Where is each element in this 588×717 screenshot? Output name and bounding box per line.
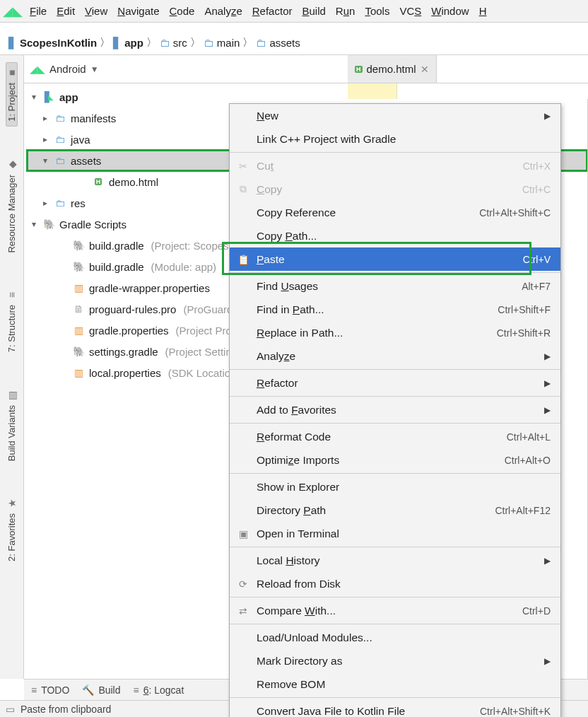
ctx-refactor[interactable]: Refactor▶ xyxy=(230,371,560,395)
menu-window[interactable]: Window xyxy=(431,5,469,17)
ctx-item-shortcut: Ctrl+Alt+F12 xyxy=(495,505,551,516)
ctx-show-in-explorer[interactable]: Show in Explorer xyxy=(230,475,560,499)
menu-refactor[interactable]: Refactor xyxy=(252,5,293,17)
submenu-arrow-icon: ▶ xyxy=(544,111,551,121)
menu-view[interactable]: View xyxy=(85,5,107,17)
close-icon[interactable]: ✕ xyxy=(421,64,429,75)
tree-node-label: gradle-wrapper.properties xyxy=(89,282,210,294)
tree-caret-icon[interactable]: ▸ xyxy=(41,198,49,208)
ctx-reload-from-disk[interactable]: ⟳Reload from Disk xyxy=(230,572,560,595)
ctx-find-in-path-[interactable]: Find in Path...Ctrl+Shift+F xyxy=(230,298,560,321)
bottom-tool-todo[interactable]: ≡TODO xyxy=(31,684,69,696)
menu-h[interactable]: H xyxy=(479,5,487,17)
ctx-find-usages[interactable]: Find UsagesAlt+F7 xyxy=(230,274,560,298)
ctx-compare-with-[interactable]: ⇄Compare With...Ctrl+D xyxy=(230,599,560,622)
ctx-item-label: Cut xyxy=(257,160,274,173)
ctx-item-label: Find in Path... xyxy=(257,303,324,316)
tree-caret-icon[interactable]: ▸ xyxy=(41,113,49,123)
submenu-arrow-icon: ▶ xyxy=(544,405,551,415)
ctx-item-label: Reformat Code xyxy=(257,431,331,443)
editor-body[interactable] xyxy=(348,83,588,99)
ctx-item-label: Copy xyxy=(257,183,282,196)
breadcrumb-item[interactable]: 🗀src xyxy=(158,37,189,49)
tree-node-label: java xyxy=(71,134,90,146)
menu-edit[interactable]: Edit xyxy=(57,5,75,17)
gutter-2-favorites[interactable]: 2: Favorites★ xyxy=(6,494,17,566)
ctx-copy-reference[interactable]: Copy ReferenceCtrl+Alt+Shift+C xyxy=(230,201,560,224)
menu-separator xyxy=(230,697,560,698)
menu-separator xyxy=(230,423,560,424)
ctx-item-label: Optimize Imports xyxy=(257,454,339,467)
breadcrumb-label: assets xyxy=(269,37,300,49)
ctx-item-label: Local History xyxy=(257,554,320,567)
gutter-build-variants[interactable]: Build Variants▤ xyxy=(6,385,17,465)
gutter-icon: ■ xyxy=(6,70,18,76)
editor-tabbar: H demo.html ✕ xyxy=(348,55,588,83)
gutter-icon: ≡ xyxy=(6,292,17,298)
ctx-load-unload-modules-[interactable]: Load/Unload Modules... xyxy=(230,626,560,649)
gutter-icon: ▤ xyxy=(6,390,18,400)
chevron-down-icon[interactable]: ▼ xyxy=(90,64,99,74)
ctx-new[interactable]: New▶ xyxy=(230,104,560,127)
ctx-directory-path[interactable]: Directory PathCtrl+Alt+F12 xyxy=(230,499,560,522)
ctx-item-label: Load/Unload Modules... xyxy=(257,631,372,644)
breadcrumb-label: app xyxy=(124,37,143,49)
tree-caret-icon[interactable]: ▾ xyxy=(30,92,38,102)
menu-separator xyxy=(230,624,560,624)
clipboard-icon: ▭ xyxy=(6,704,15,715)
menu-tools[interactable]: Tools xyxy=(365,5,389,17)
module-icon: ▋ xyxy=(113,37,122,49)
ctx-replace-in-path-[interactable]: Replace in Path...Ctrl+Shift+R xyxy=(230,321,560,344)
ctx-item-shortcut: Ctrl+D xyxy=(522,605,551,617)
breadcrumb-item[interactable]: 🗀assets xyxy=(254,37,301,49)
menu-analyze[interactable]: Analyze xyxy=(204,5,242,17)
tree-node-hint: (Module: app) xyxy=(151,261,217,273)
gutter-7-structure[interactable]: 7: Structure≡ xyxy=(6,285,17,356)
ctx-remove-bom[interactable]: Remove BOM xyxy=(230,672,560,696)
ctx-reformat-code[interactable]: Reformat CodeCtrl+Alt+L xyxy=(230,425,560,448)
ctx-analyze[interactable]: Analyze▶ xyxy=(230,344,560,368)
tool-icon: ≡ xyxy=(31,684,37,696)
ctx-link-c-project-with-gradle[interactable]: Link C++ Project with Gradle xyxy=(230,127,560,151)
menu-run[interactable]: Run xyxy=(336,5,355,17)
folder-icon: 🗀 xyxy=(54,197,66,209)
ctx-item-shortcut: Ctrl+Shift+R xyxy=(497,327,551,339)
editor-area: H demo.html ✕ xyxy=(348,55,588,99)
tree-caret-icon[interactable]: ▾ xyxy=(30,219,38,229)
ctx-copy-path-[interactable]: Copy Path... xyxy=(230,224,560,247)
gutter-icon: ★ xyxy=(6,499,18,508)
menu-code[interactable]: Code xyxy=(170,5,195,17)
gutter-resource-manager[interactable]: Resource Manager◆ xyxy=(6,155,17,257)
project-view-selector[interactable]: Android xyxy=(49,63,86,75)
menu-build[interactable]: Build xyxy=(302,5,325,17)
breadcrumb-item[interactable]: 🗀main xyxy=(202,37,242,49)
bottom-tool-6-logcat[interactable]: ≡6: Logcat xyxy=(134,684,184,696)
ctx-convert-java-file-to-kotlin-file[interactable]: Convert Java File to Kotlin FileCtrl+Alt… xyxy=(230,699,560,717)
ctx-optimize-imports[interactable]: Optimize ImportsCtrl+Alt+O xyxy=(230,448,560,472)
ctx-mark-directory-as[interactable]: Mark Directory as▶ xyxy=(230,649,560,672)
ctx-local-history[interactable]: Local History▶ xyxy=(230,549,560,572)
menu-navigate[interactable]: Navigate xyxy=(117,5,159,17)
menu-vcs[interactable]: VCS xyxy=(399,5,421,17)
editor-tab[interactable]: H demo.html ✕ xyxy=(348,55,437,83)
tree-node-label: demo.html xyxy=(109,176,158,188)
tree-node-label: build.gradle xyxy=(89,240,144,252)
menu-file[interactable]: File xyxy=(30,5,47,17)
tree-caret-icon[interactable]: ▸ xyxy=(41,134,49,144)
submenu-arrow-icon: ▶ xyxy=(544,351,551,361)
breadcrumb-item[interactable]: ▋ScopesInKotlin xyxy=(7,37,98,49)
module-icon: ▋◣ xyxy=(42,91,55,103)
ctx-add-to-favorites[interactable]: Add to Favorites▶ xyxy=(230,398,560,421)
gutter-1-project[interactable]: 1: Project■ xyxy=(6,62,18,127)
gradle-icon: 🐘 xyxy=(42,218,55,231)
ctx-item-label: Compare With... xyxy=(257,605,336,617)
tree-caret-icon[interactable]: ▾ xyxy=(41,156,49,165)
ctx-paste[interactable]: 📋PasteCtrl+V xyxy=(230,247,560,271)
breadcrumb-item[interactable]: ▋app xyxy=(112,37,145,49)
ctx-item-icon: ⟳ xyxy=(237,578,249,590)
menu-separator xyxy=(230,396,560,397)
ctx-open-in-terminal[interactable]: ▣Open in Terminal xyxy=(230,522,560,545)
ctx-item-shortcut: Ctrl+C xyxy=(522,184,551,195)
ctx-item-label: Convert Java File to Kotlin File xyxy=(257,705,405,718)
bottom-tool-build[interactable]: 🔨Build xyxy=(82,684,120,696)
